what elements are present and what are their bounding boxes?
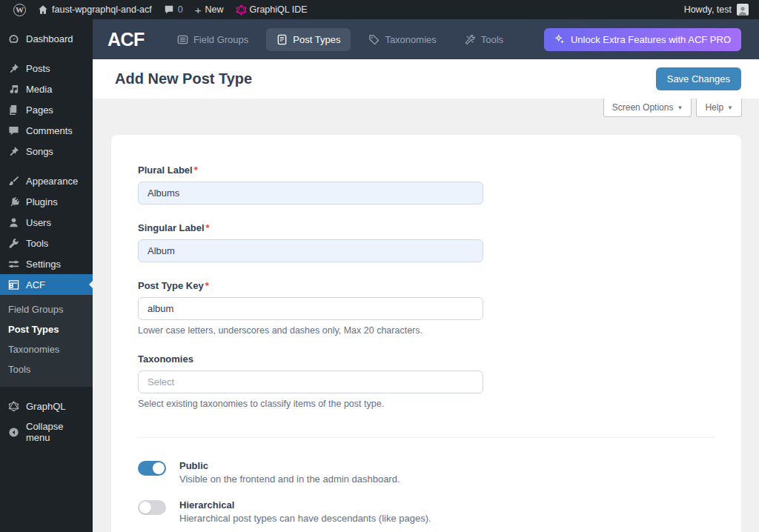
sidebar-label: Pages	[26, 104, 53, 116]
graphiql-logo-icon	[236, 4, 246, 15]
sidebar-label: Plugins	[26, 196, 58, 207]
field-singular-label: Singular Label*	[138, 222, 715, 262]
comments-bubble-icon	[164, 4, 174, 15]
tab-field-groups[interactable]: Field Groups	[167, 28, 259, 51]
sidebar-item-pages[interactable]: Pages	[0, 99, 93, 120]
new-content-menu[interactable]: + New	[189, 0, 230, 19]
sidebar-item-posts[interactable]: Posts	[0, 58, 93, 79]
tab-taxonomies[interactable]: Taxonomies	[358, 28, 446, 51]
sidebar-item-plugins[interactable]: Plugins	[0, 191, 93, 212]
tab-post-types[interactable]: Post Types	[266, 28, 351, 51]
graphiql-label: GraphiQL IDE	[250, 4, 308, 15]
hierarchical-toggle-desc: Hierarchical post types can have descend…	[179, 513, 431, 524]
sidebar-label: Comments	[26, 125, 73, 136]
pin-icon	[7, 62, 19, 74]
sidebar-item-users[interactable]: Users	[0, 212, 93, 233]
screen-options-button[interactable]: Screen Options ▼	[603, 99, 692, 117]
sidebar-item-comments[interactable]: Comments	[0, 120, 93, 141]
sidebar-item-settings[interactable]: Settings	[0, 253, 93, 274]
dashboard-icon	[7, 33, 19, 44]
chevron-down-icon: ▼	[727, 104, 733, 111]
wrench-icon	[7, 237, 19, 249]
help-label: Help	[705, 102, 723, 113]
public-toggle[interactable]	[138, 461, 166, 476]
public-toggle-row: Public Visible on the frontend and in th…	[138, 460, 715, 485]
required-mark: *	[205, 280, 209, 291]
submenu-field-groups[interactable]: Field Groups	[0, 299, 93, 319]
hierarchical-toggle-label: Hierarchical	[179, 499, 431, 511]
public-toggle-desc: Visible on the frontend and in the admin…	[179, 473, 400, 485]
acf-toolbar: ACF Field Groups Post Types Taxonomies T…	[93, 19, 759, 59]
screen-options-label: Screen Options	[612, 102, 674, 113]
singular-label-input[interactable]	[138, 239, 483, 262]
tag-icon	[368, 34, 380, 45]
sidebar-item-graphql[interactable]: GraphQL	[0, 396, 93, 416]
required-mark: *	[206, 222, 210, 233]
comments-link[interactable]: 0	[158, 0, 189, 19]
unlock-acf-pro-button[interactable]: Unlock Extra Features with ACF PRO	[544, 28, 741, 51]
sidebar-label: Dashboard	[26, 33, 73, 44]
singular-label-label: Singular Label*	[138, 222, 715, 233]
help-button[interactable]: Help ▼	[696, 99, 742, 117]
site-name-link[interactable]: faust-wpgraphql-and-acf	[32, 0, 158, 19]
submenu-taxonomies[interactable]: Taxonomies	[0, 339, 93, 359]
sidebar-label: Settings	[26, 259, 61, 270]
collapse-menu-button[interactable]: Collapse menu	[0, 416, 93, 448]
admin-sidebar: Dashboard Posts Media Pages Comments Son…	[0, 19, 93, 532]
user-icon	[7, 216, 19, 228]
plural-label-input[interactable]	[138, 182, 483, 205]
tab-label: Post Types	[293, 34, 340, 45]
field-groups-icon	[177, 34, 188, 45]
chevron-down-icon: ▼	[677, 104, 683, 111]
sidebar-item-media[interactable]: Media	[0, 79, 93, 99]
home-icon	[38, 4, 48, 15]
sidebar-item-acf[interactable]: ACF	[0, 274, 93, 295]
sidebar-label: Media	[26, 84, 52, 95]
field-plural-label: Plural Label*	[138, 164, 715, 205]
submenu-tools[interactable]: Tools	[0, 359, 93, 379]
post-types-icon	[276, 34, 288, 45]
pages-icon	[7, 104, 19, 116]
field-taxonomies: Taxonomies Select existing taxonomies to…	[138, 353, 715, 409]
acf-grid-icon	[7, 279, 19, 290]
wp-logo-menu[interactable]: W	[7, 0, 32, 19]
screen-meta-links: Screen Options ▼ Help ▼	[603, 99, 742, 117]
submenu-post-types[interactable]: Post Types	[0, 319, 93, 339]
page-title: Add New Post Type	[115, 70, 252, 87]
hierarchical-toggle-row: Hierarchical Hierarchical post types can…	[138, 499, 715, 524]
sidebar-label: Posts	[26, 63, 50, 74]
tab-tools[interactable]: Tools	[454, 28, 514, 51]
settings-icon	[7, 258, 19, 270]
required-mark: *	[194, 164, 198, 176]
pin-icon	[7, 145, 19, 157]
save-changes-button[interactable]: Save Changes	[656, 67, 741, 90]
post-type-key-input[interactable]	[138, 297, 483, 320]
sidebar-label: Users	[26, 217, 51, 228]
taxonomies-label: Taxonomies	[138, 353, 715, 365]
sidebar-item-songs[interactable]: Songs	[0, 141, 93, 162]
comments-count: 0	[178, 4, 183, 15]
taxonomies-select-input[interactable]	[138, 370, 483, 393]
howdy-text[interactable]: Howdy, test	[684, 4, 732, 15]
post-type-key-help: Lower case letters, underscores and dash…	[138, 325, 715, 336]
sidebar-item-tools[interactable]: Tools	[0, 233, 93, 253]
sidebar-item-dashboard[interactable]: Dashboard	[0, 28, 93, 49]
sidebar-item-appearance[interactable]: Appearance	[0, 170, 93, 191]
tools-icon	[465, 34, 476, 45]
new-label: New	[205, 4, 224, 15]
sidebar-label: GraphQL	[26, 401, 65, 412]
taxonomies-help: Select existing taxonomies to classify i…	[138, 399, 715, 409]
hierarchical-toggle[interactable]	[138, 500, 166, 515]
tab-label: Field Groups	[193, 34, 248, 45]
media-icon	[7, 83, 19, 95]
acf-tabs: Field Groups Post Types Taxonomies Tools	[167, 28, 514, 51]
tab-label: Taxonomies	[385, 34, 436, 45]
pro-button-label: Unlock Extra Features with ACF PRO	[571, 34, 731, 45]
brush-icon	[7, 175, 19, 187]
site-name: faust-wpgraphql-and-acf	[52, 4, 152, 15]
user-avatar[interactable]	[737, 4, 749, 16]
plug-icon	[7, 196, 19, 207]
acf-logo[interactable]: ACF	[107, 29, 145, 50]
toggle-knob	[139, 502, 151, 513]
graphiql-ide-link[interactable]: GraphiQL IDE	[230, 0, 314, 19]
